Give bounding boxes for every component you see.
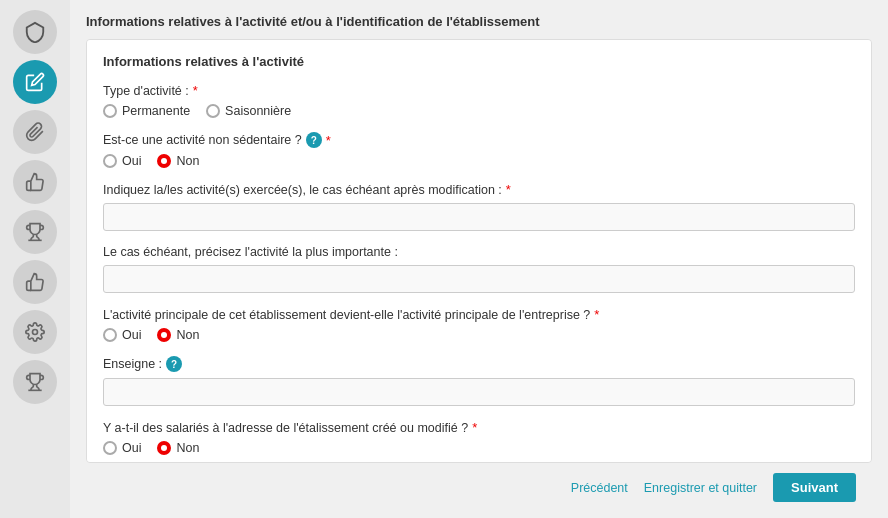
required-star-sedentaire: *: [326, 133, 331, 148]
required-star-activites: *: [506, 182, 511, 197]
type-activite-saisonniere[interactable]: Saisonnière: [206, 104, 291, 118]
label-principale-non: Non: [176, 328, 199, 342]
save-quit-button[interactable]: Enregistrer et quitter: [644, 481, 757, 495]
salaries-oui[interactable]: Oui: [103, 441, 141, 455]
page-title: Informations relatives à l'activité et/o…: [86, 14, 872, 29]
radio-saisonniere-unselected: [206, 104, 220, 118]
salaries-label: Y a-t-il des salariés à l'adresse de l'é…: [103, 420, 855, 435]
sidebar-item-thumbsup2[interactable]: [13, 260, 57, 304]
suivant-button[interactable]: Suivant: [773, 473, 856, 502]
principale-oui[interactable]: Oui: [103, 328, 141, 342]
footer: Précédent Enregistrer et quitter Suivant: [86, 463, 872, 508]
required-star: *: [193, 83, 198, 98]
type-activite-label: Type d'activité : *: [103, 83, 855, 98]
sidebar-item-paperclip[interactable]: [13, 110, 57, 154]
activite-principale-group: L'activité principale de cet établisseme…: [103, 307, 855, 342]
non-sedentaire-oui[interactable]: Oui: [103, 154, 141, 168]
sidebar: [0, 0, 70, 518]
type-activite-group: Type d'activité : * Permanente Saisonniè…: [103, 83, 855, 118]
radio-non-selected: [157, 154, 171, 168]
main-content: Informations relatives à l'activité et/o…: [70, 0, 888, 518]
activite-principale-label: L'activité principale de cet établisseme…: [103, 307, 855, 322]
type-activite-options: Permanente Saisonnière: [103, 104, 855, 118]
salaries-options: Oui Non: [103, 441, 855, 455]
required-star-principale: *: [594, 307, 599, 322]
form-card: Informations relatives à l'activité Type…: [86, 39, 872, 463]
svg-point-0: [33, 330, 38, 335]
salaries-group: Y a-t-il des salariés à l'adresse de l'é…: [103, 420, 855, 455]
enseigne-label: Enseigne : ?: [103, 356, 855, 372]
label-principale-oui: Oui: [122, 328, 141, 342]
sidebar-item-trophy2[interactable]: [13, 360, 57, 404]
radio-salaries-oui-unselected: [103, 441, 117, 455]
radio-permanente-unselected: [103, 104, 117, 118]
label-saisonniere: Saisonnière: [225, 104, 291, 118]
radio-oui-unselected: [103, 154, 117, 168]
non-sedentaire-non[interactable]: Non: [157, 154, 199, 168]
non-sedentaire-group: Est-ce une activité non sédentaire ? ? *…: [103, 132, 855, 168]
activite-principale-options: Oui Non: [103, 328, 855, 342]
help-icon-sedentaire[interactable]: ?: [306, 132, 322, 148]
sidebar-item-edit[interactable]: [13, 60, 57, 104]
sidebar-item-shield[interactable]: [13, 10, 57, 54]
activites-exercees-label: Indiquez la/les activité(s) exercée(s), …: [103, 182, 855, 197]
label-salaries-oui: Oui: [122, 441, 141, 455]
label-salaries-non: Non: [176, 441, 199, 455]
activite-importante-label: Le cas échéant, précisez l'activité la p…: [103, 245, 855, 259]
activite-importante-group: Le cas échéant, précisez l'activité la p…: [103, 245, 855, 293]
principale-non[interactable]: Non: [157, 328, 199, 342]
enseigne-group: Enseigne : ?: [103, 356, 855, 406]
help-icon-enseigne[interactable]: ?: [166, 356, 182, 372]
label-non-sedentaire: Non: [176, 154, 199, 168]
label-permanente: Permanente: [122, 104, 190, 118]
enseigne-input[interactable]: [103, 378, 855, 406]
activites-exercees-group: Indiquez la/les activité(s) exercée(s), …: [103, 182, 855, 231]
required-star-salaries: *: [472, 420, 477, 435]
label-oui-sedentaire: Oui: [122, 154, 141, 168]
radio-salaries-non-selected: [157, 441, 171, 455]
activites-exercees-input[interactable]: [103, 203, 855, 231]
non-sedentaire-options: Oui Non: [103, 154, 855, 168]
radio-principale-non-selected: [157, 328, 171, 342]
sidebar-item-trophy1[interactable]: [13, 210, 57, 254]
sidebar-item-thumbsup1[interactable]: [13, 160, 57, 204]
non-sedentaire-label: Est-ce une activité non sédentaire ? ? *: [103, 132, 855, 148]
radio-principale-oui-unselected: [103, 328, 117, 342]
sidebar-item-gear[interactable]: [13, 310, 57, 354]
type-activite-permanente[interactable]: Permanente: [103, 104, 190, 118]
salaries-non[interactable]: Non: [157, 441, 199, 455]
section-title: Informations relatives à l'activité: [103, 54, 855, 69]
precedent-button[interactable]: Précédent: [571, 481, 628, 495]
activite-importante-input[interactable]: [103, 265, 855, 293]
